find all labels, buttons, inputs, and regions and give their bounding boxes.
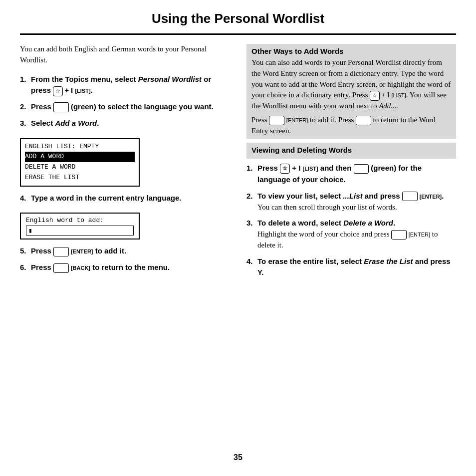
step-num-5: 5. xyxy=(20,245,31,257)
page: Using the Personal Wordlist You can add … xyxy=(0,0,476,476)
enter-key-box1 xyxy=(269,116,284,125)
step-list-right: 1. Press ☆ + I [LIST] and then (green) f… xyxy=(246,163,456,278)
step-r3-sub: Highlight the word of your choice and pr… xyxy=(257,230,438,249)
step-rnum-1: 1. xyxy=(246,163,257,186)
step-rcontent-3: To delete a word, select Delete a Word. … xyxy=(257,218,456,250)
page-title: Using the Personal Wordlist xyxy=(20,11,456,26)
step-list-left-2: 4. Type a word in the current entry lang… xyxy=(20,193,230,204)
step-rnum-4: 4. xyxy=(246,256,257,279)
step-2: 2. Press (green) to select the language … xyxy=(20,101,230,113)
star-key-box1: ☆ xyxy=(370,91,380,101)
step-num-4: 4. xyxy=(20,193,31,204)
step-3: 3. Select Add a Word. xyxy=(20,118,230,129)
step-rcontent-2: To view your list, select ...List and pr… xyxy=(257,191,456,213)
box1-body2: Press [ENTER] to add it. Press to return… xyxy=(251,115,451,137)
screen-row-4: ERASE THE LIST xyxy=(25,173,135,183)
box1-title: Other Ways to Add Words xyxy=(251,47,451,55)
enter-key-r2 xyxy=(402,192,418,201)
step-num-6: 6. xyxy=(20,262,31,273)
step-num-1: 1. xyxy=(20,74,31,97)
step-r3: 3. To delete a word, select Delete a Wor… xyxy=(246,218,456,250)
content-area: You can add both English and German word… xyxy=(0,35,476,288)
box-other-ways: Other Ways to Add Words You can also add… xyxy=(246,44,456,139)
step-rcontent-4: To erase the entire list, select Erase t… xyxy=(257,256,456,279)
star-key-r1: ☆ xyxy=(280,164,290,174)
step-4: 4. Type a word in the current entry lang… xyxy=(20,193,230,204)
box-viewing-deleting: Viewing and Deleting Words xyxy=(246,143,456,159)
screen-row-2: ADD A WORD xyxy=(25,152,135,162)
screen-row-3: DELETE A WORD xyxy=(25,162,135,173)
screen-mockup-1: ENGLISH LIST: EMPTY ADD A WORD DELETE A … xyxy=(20,138,140,187)
intro-text: You can add both English and German word… xyxy=(20,44,230,66)
right-column: Other Ways to Add Words You can also add… xyxy=(241,44,456,283)
screen2-line1: English word to add: xyxy=(26,217,104,224)
step-content-6: Press [BACK] to return to the menu. xyxy=(31,262,230,273)
step-1: 1. From the Topics menu, select Personal… xyxy=(20,74,230,97)
green-key-r1 xyxy=(354,164,369,174)
step-r1: 1. Press ☆ + I [LIST] and then (green) f… xyxy=(246,163,456,186)
screen-row-1: ENGLISH LIST: EMPTY xyxy=(25,142,135,152)
step-num-2: 2. xyxy=(20,101,31,113)
green-key-2 xyxy=(53,102,69,112)
page-header: Using the Personal Wordlist xyxy=(0,0,476,30)
enter-key-r3 xyxy=(391,230,407,239)
return-key-box1 xyxy=(356,116,371,125)
step-rnum-3: 3. xyxy=(246,218,257,250)
back-key-6 xyxy=(53,263,69,273)
left-column: You can add both English and German word… xyxy=(20,44,241,283)
step-content-4: Type a word in the current entry languag… xyxy=(31,193,230,204)
screen2-cursor: ▮ xyxy=(26,226,134,236)
box2-title: Viewing and Deleting Words xyxy=(251,146,451,154)
step-content-2: Press (green) to select the language you… xyxy=(31,101,230,113)
step-r2: 2. To view your list, select ...List and… xyxy=(246,191,456,213)
step-list-left-3: 5. Press [ENTER] to add it. 6. Press [BA… xyxy=(20,245,230,273)
step-rcontent-1: Press ☆ + I [LIST] and then (green) for … xyxy=(257,163,456,186)
step-r4: 4. To erase the entire list, select Eras… xyxy=(246,256,456,279)
star-key-icon: ☆ xyxy=(53,86,63,96)
screen-mockup-2: English word to add: ▮ xyxy=(20,213,140,239)
step-num-3: 3. xyxy=(20,118,31,129)
box1-body: You can also add words to your Personal … xyxy=(251,57,451,112)
page-number: 35 xyxy=(0,453,476,462)
plus-box1: + xyxy=(382,91,387,99)
step-r2-sub: You can then scroll through your list of… xyxy=(257,203,397,211)
step-content-3: Select Add a Word. xyxy=(31,118,230,129)
step-content-5: Press [ENTER] to add it. xyxy=(31,245,230,257)
step-rnum-2: 2. xyxy=(246,191,257,213)
step-content-1: From the Topics menu, select Personal Wo… xyxy=(31,74,230,97)
step-5: 5. Press [ENTER] to add it. xyxy=(20,245,230,257)
enter-key-5 xyxy=(53,247,69,256)
step-list-left: 1. From the Topics menu, select Personal… xyxy=(20,74,230,129)
step-6: 6. Press [BACK] to return to the menu. xyxy=(20,262,230,273)
